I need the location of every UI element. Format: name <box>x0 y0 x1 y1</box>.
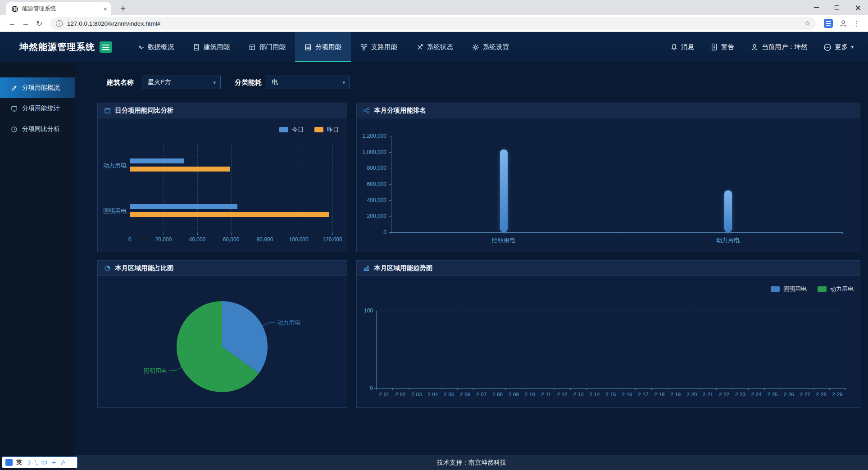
ime-toolbox-icon[interactable] <box>51 460 57 465</box>
sidebar-item-item-energy-overview[interactable]: 分项用能概况 <box>0 77 75 98</box>
panel-monthly-ranking: 本月分项用能排名 0200,000400,000600,000800,0001,… <box>356 103 860 252</box>
y-tick-label: 1,200,000 <box>357 133 386 139</box>
x-axis-tick <box>781 388 781 390</box>
x-tick-label: 2-20 <box>683 392 701 397</box>
ime-moon-icon[interactable]: ☽ <box>26 460 31 465</box>
address-bar[interactable]: i 127.0.0.1:8020/krznnh/index.html# ☆ <box>50 17 816 30</box>
x-axis-tick <box>842 232 843 234</box>
x-axis-tick <box>668 388 668 390</box>
main-content: 建筑名称 星火E方 ▾ 分类能耗 电 ▾ 日分项用能同比分析 今日昨日020,0… <box>75 62 868 455</box>
x-tick-label: 2-25 <box>763 392 782 397</box>
browser-menu-icon[interactable]: ⋮ <box>853 19 860 28</box>
panel-title: 本月区域用能占比图 <box>115 264 174 272</box>
legend-item[interactable]: 今日 <box>279 126 304 134</box>
nav-item-data-overview[interactable]: 数据概况 <box>127 32 183 62</box>
ime-logo-icon[interactable] <box>5 459 13 466</box>
category-label: 动力用电 <box>701 236 755 244</box>
activity-icon <box>137 44 144 51</box>
nav-item-item-energy[interactable]: 分项用能 <box>295 32 351 62</box>
grid-line <box>299 142 299 233</box>
profile-avatar-icon[interactable] <box>839 19 847 27</box>
more-menu-button[interactable]: 更多 ▾ <box>823 43 854 51</box>
ime-lang-indicator[interactable]: 英 <box>16 458 22 466</box>
footer: 技术支持：南京坤然科技 <box>75 455 868 470</box>
nav-item-branch-energy[interactable]: 支路用能 <box>351 32 407 62</box>
x-tick-label: 40,000 <box>182 236 213 243</box>
sidebar-item-item-yoy-analysis[interactable]: 分项同比分析 <box>0 119 75 140</box>
window-close-button[interactable] <box>847 0 868 15</box>
window-minimize-button[interactable] <box>806 0 827 15</box>
extension-icon[interactable] <box>824 19 833 28</box>
y-axis-line <box>391 136 391 232</box>
x-axis-tick <box>617 232 617 234</box>
ime-punctuation-icon[interactable]: ’, <box>35 460 38 465</box>
window-restore-button[interactable] <box>827 0 847 15</box>
x-axis-tick <box>197 233 198 235</box>
chevron-down-icon: ▾ <box>851 44 854 50</box>
pie-slice-label: 动力用电 <box>277 319 300 326</box>
tab-title: 能源管理系统 <box>22 5 100 13</box>
x-axis-tick <box>130 233 130 235</box>
tab-close-icon[interactable]: × <box>104 6 107 12</box>
back-button[interactable]: ← <box>5 17 19 30</box>
energy-type-label: 分类能耗 <box>235 78 262 87</box>
grid-line <box>231 142 232 233</box>
nav-item-building-energy[interactable]: 建筑用能 <box>183 32 239 62</box>
branch-icon <box>360 44 368 51</box>
trend-icon <box>363 265 370 271</box>
legend-item[interactable]: 动力用电 <box>818 285 854 293</box>
x-axis-tick <box>764 388 765 390</box>
pie-icon <box>104 265 111 271</box>
y-axis-tick <box>389 200 391 201</box>
site-info-icon[interactable]: i <box>56 20 63 27</box>
x-axis-tick <box>505 388 506 390</box>
alerts-button[interactable]: 警告 <box>710 43 734 51</box>
more-label: 更多 <box>835 43 848 51</box>
messages-button[interactable]: 消息 <box>670 43 694 51</box>
x-axis-tick <box>700 388 700 390</box>
nav-item-label: 建筑用能 <box>204 43 230 51</box>
legend-item[interactable]: 昨日 <box>314 126 339 134</box>
ime-wrench-icon[interactable] <box>60 460 66 465</box>
x-axis-tick <box>231 233 232 235</box>
menu-toggle-button[interactable] <box>100 41 112 53</box>
building-select[interactable]: 星火E方 ▾ <box>142 76 221 89</box>
x-tick-label: 20,000 <box>148 236 179 243</box>
bookmark-star-icon[interactable]: ☆ <box>804 19 810 27</box>
filter-bar: 建筑名称 星火E方 ▾ 分类能耗 电 ▾ <box>75 75 350 90</box>
x-axis-tick <box>845 388 846 390</box>
bar-yesterday <box>130 167 230 172</box>
minimize-icon <box>814 7 819 8</box>
nav-item-system-status[interactable]: 系统状态 <box>407 32 463 62</box>
nav-item-department-energy[interactable]: 部门用能 <box>239 32 295 62</box>
monitor-icon <box>11 105 18 112</box>
current-user-button[interactable]: 当前用户：坤然 <box>750 43 808 51</box>
x-axis-tick <box>425 388 425 390</box>
energy-type-select[interactable]: 电 ▾ <box>266 76 350 89</box>
pie-label-leader <box>263 323 275 326</box>
screen: 能源管理系统 × + ← → ↻ i 127.0.0.1:8020/krznnh… <box>0 0 868 470</box>
sidebar-item-item-energy-stats[interactable]: 分项用能统计 <box>0 98 75 119</box>
category-label: 照明用电 <box>99 207 127 215</box>
nav-item-system-settings[interactable]: 系统设置 <box>463 32 518 62</box>
y-tick-label: 1,000,000 <box>357 149 386 155</box>
x-tick-label: 2-16 <box>618 392 636 397</box>
app-logo: 坤然能源管理系统 <box>19 41 100 53</box>
ranking-bar <box>500 149 508 232</box>
chevron-down-icon: ▾ <box>342 80 345 86</box>
chevron-down-icon: ▾ <box>213 80 216 86</box>
alerts-label: 警告 <box>721 43 734 51</box>
new-tab-button[interactable]: + <box>117 2 129 15</box>
x-axis-tick <box>332 233 333 235</box>
forward-button[interactable]: → <box>19 17 32 30</box>
legend-item[interactable]: 照明用电 <box>771 285 807 293</box>
y-axis-tick <box>389 168 391 168</box>
reload-button[interactable]: ↻ <box>32 17 46 30</box>
y-tick-label: 0 <box>358 385 373 391</box>
browser-tab[interactable]: 能源管理系统 × <box>6 2 111 15</box>
bell-icon <box>670 43 678 51</box>
y-tick-label: 800,000 <box>357 165 386 171</box>
ime-keyboard-icon[interactable] <box>41 460 47 465</box>
x-axis-tick <box>265 233 265 235</box>
x-tick-label: 2-18 <box>650 392 668 397</box>
